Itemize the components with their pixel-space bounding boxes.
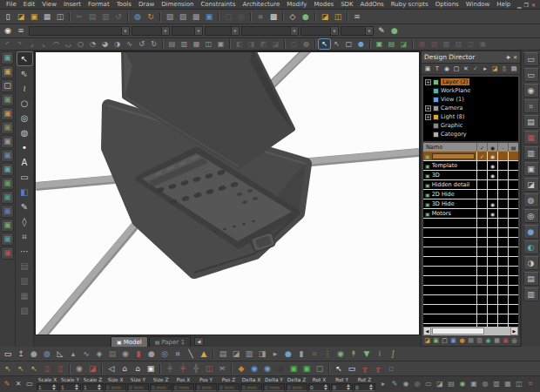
fillet-tool-icon[interactable]: ◕: [99, 39, 111, 49]
dots-tool-icon[interactable]: ⋯: [17, 245, 32, 258]
print-cell[interactable]: [508, 305, 518, 314]
viewport-canvas[interactable]: [34, 51, 421, 335]
rt-solid-icon[interactable]: ▣: [523, 162, 539, 176]
menu-tools[interactable]: Tools: [113, 1, 135, 8]
dd-b-sheet-icon[interactable]: ▤: [467, 336, 475, 345]
rotate-ccw-icon[interactable]: ↺: [136, 39, 147, 49]
ba-target-icon[interactable]: ◉: [334, 348, 347, 360]
visibility-cell[interactable]: [487, 314, 497, 323]
rt-red-grid-icon[interactable]: ▦: [523, 131, 539, 145]
bb-dot-icon[interactable]: ▫: [385, 363, 397, 375]
sr-play-icon[interactable]: ▸: [378, 379, 388, 389]
ba-wave-icon[interactable]: ∿: [80, 348, 92, 360]
chevron-down-icon[interactable]: ▾: [290, 27, 298, 35]
bb-house-2-icon[interactable]: ⌂: [132, 363, 144, 375]
layer-row-motors[interactable]: ▣Motors◉: [423, 209, 518, 219]
visibility-cell[interactable]: [487, 228, 497, 237]
panel-tool-icon[interactable]: ▥: [17, 274, 32, 287]
spiral-tool-icon[interactable]: ≀: [17, 82, 32, 95]
paste-icon[interactable]: ▥: [99, 11, 111, 23]
tree-item-camera[interactable]: +Camera: [423, 104, 518, 112]
ba-flag-icon[interactable]: ▮: [132, 348, 145, 360]
bb-pin-red-2-icon[interactable]: ╥: [372, 363, 384, 375]
cut-icon[interactable]: ✂: [73, 11, 85, 23]
print-cell[interactable]: [508, 286, 518, 294]
ba-sheet3-icon[interactable]: ▥: [243, 348, 255, 360]
bb-box-icon[interactable]: ▢: [314, 363, 326, 375]
tree-item-layer-2[interactable]: +Layer (2): [423, 78, 518, 86]
rect-tool-icon[interactable]: ▭: [17, 171, 32, 184]
detail-red-1-icon[interactable]: ▦: [416, 39, 428, 49]
ba-globe-icon[interactable]: ◍: [41, 348, 53, 360]
print-cell[interactable]: [508, 161, 518, 170]
tree-item-category[interactable]: +Category: [423, 130, 518, 139]
print-preview-icon[interactable]: ◫: [54, 11, 66, 23]
print-cell[interactable]: [508, 228, 518, 237]
field-input[interactable]: 0: [354, 383, 375, 391]
sr-target-icon[interactable]: ◉: [457, 379, 468, 389]
rt-shade-icon[interactable]: ◍: [523, 193, 539, 207]
lock-cell[interactable]: [497, 171, 508, 179]
dd-b-camera-icon[interactable]: ◉: [484, 336, 492, 345]
dim-tool-3-icon[interactable]: ◩: [258, 39, 269, 49]
layer-row-hidden-detail[interactable]: ▣Hidden detail: [423, 180, 518, 190]
lock-cell[interactable]: [497, 152, 508, 160]
print-cell[interactable]: [508, 209, 518, 218]
paste-green-icon[interactable]: ▤: [386, 39, 397, 49]
print-cell[interactable]: [508, 257, 518, 266]
sr-grid-icon[interactable]: ⌗: [525, 379, 536, 389]
dd-doc-icon[interactable]: ▯: [500, 64, 509, 74]
minimize-icon[interactable]: ▁: [517, 2, 522, 8]
layer-table-scrollbar[interactable]: ◀ ▶: [423, 327, 518, 335]
field-input[interactable]: 0: [308, 383, 330, 391]
window-new-icon[interactable]: ▧: [164, 11, 176, 23]
check-cell[interactable]: [476, 171, 487, 179]
palette-green-icon[interactable]: ▣: [1, 177, 14, 190]
visibility-cell[interactable]: [487, 190, 497, 199]
sheet-5-icon[interactable]: ▣: [215, 39, 226, 49]
tree-item-workplane[interactable]: +WorkPlane: [423, 86, 518, 95]
property-combo-5[interactable]: ▾: [241, 26, 299, 36]
bb-dim-red-1-icon[interactable]: ╪: [164, 363, 176, 375]
dd-folder-icon[interactable]: ◪: [490, 64, 499, 74]
field-input[interactable]: 0 mm: [263, 383, 285, 391]
select-tool-icon[interactable]: ↖: [17, 52, 32, 65]
text-tool-icon[interactable]: A: [17, 156, 32, 169]
chevron-down-icon[interactable]: ▾: [194, 27, 202, 35]
spline-tool-icon[interactable]: ∿: [124, 39, 135, 49]
scroll-left-icon[interactable]: ◀: [423, 327, 431, 335]
visibility-cell[interactable]: ◉: [487, 199, 497, 208]
bb-eye-icon[interactable]: ◉: [73, 363, 85, 375]
undo-icon[interactable]: ↺: [112, 11, 125, 23]
ba-window-icon[interactable]: ▭: [2, 348, 14, 360]
check-cell[interactable]: [476, 238, 487, 247]
rt-wire-icon[interactable]: ◎: [523, 209, 539, 223]
bb-snap-1-icon[interactable]: ↖: [2, 363, 14, 375]
visibility-cell[interactable]: [487, 219, 497, 227]
check-cell[interactable]: [476, 257, 487, 266]
select-arrow-icon[interactable]: ↖: [319, 39, 330, 49]
bb-snap-3-icon[interactable]: ↖: [28, 363, 40, 375]
palette-teal-icon[interactable]: ▣: [1, 51, 14, 64]
dd-b-layer-icon[interactable]: ▣: [432, 336, 440, 345]
block-tool-icon[interactable]: ▦: [17, 289, 32, 302]
column-header-icon-4[interactable]: ▤: [508, 143, 518, 152]
lock-cell[interactable]: [497, 314, 508, 323]
detail-grey-4-icon[interactable]: ▣: [477, 39, 489, 49]
bb-lock-green-2-icon[interactable]: ▣: [300, 363, 313, 375]
print-cell[interactable]: [508, 267, 518, 275]
print-cell[interactable]: [508, 190, 518, 199]
expander-icon[interactable]: +: [425, 79, 431, 85]
detail-grey-1-icon[interactable]: ▩: [441, 39, 452, 49]
dd-b-circle-icon[interactable]: ◎: [510, 336, 518, 345]
lock-cell[interactable]: [497, 199, 508, 208]
redo-icon[interactable]: ↻: [145, 11, 157, 23]
ba-down-icon[interactable]: ▼: [361, 348, 373, 360]
sheet-2-icon[interactable]: ▥: [179, 39, 190, 49]
menu-insert[interactable]: Insert: [60, 1, 84, 8]
spinner-icon[interactable]: [97, 384, 102, 390]
ba-curve-icon[interactable]: ≀: [374, 348, 386, 360]
ba-triangle-ruler-icon[interactable]: ◺: [54, 348, 66, 360]
print-cell[interactable]: [508, 314, 518, 323]
column-header-icon-3[interactable]: ◦: [497, 143, 508, 152]
